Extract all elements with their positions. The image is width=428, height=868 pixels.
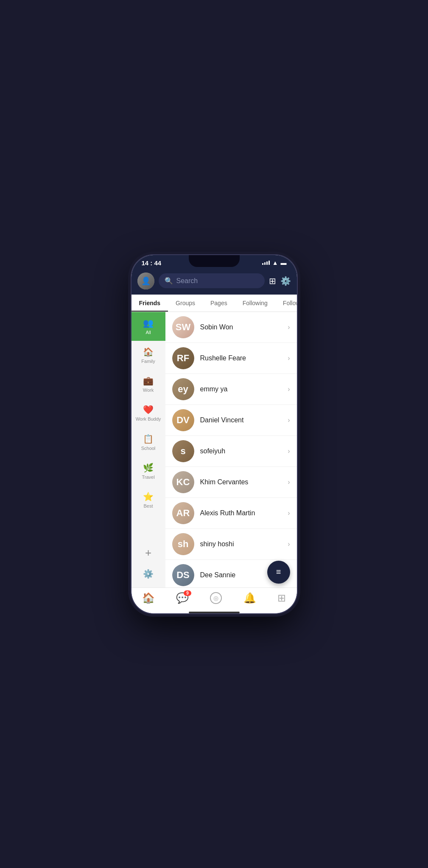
- status-icons: ▲ ▬: [262, 259, 287, 266]
- chevron-icon-5: ›: [288, 447, 290, 455]
- friend-name-4: Daniel Vincent: [200, 416, 282, 424]
- grid-icon: ⊞: [277, 592, 286, 604]
- friend-item-7[interactable]: ARAlexis Ruth Martin›: [165, 498, 297, 529]
- search-icon: 🔍: [165, 277, 173, 285]
- header-icons: ⊞ ⚙️: [269, 276, 291, 286]
- friend-name-3: emmy ya: [200, 385, 282, 393]
- search-bar[interactable]: 🔍 Search: [159, 273, 265, 288]
- user-avatar[interactable]: 👤: [137, 272, 154, 289]
- tab-friends[interactable]: Friends: [131, 295, 168, 312]
- fab-button[interactable]: ≡: [267, 561, 290, 584]
- friend-item-3[interactable]: eyemmy ya›: [165, 374, 297, 405]
- sidebar-item-all[interactable]: 👥 All: [131, 312, 165, 341]
- friend-name-2: Rushelle Feare: [200, 354, 282, 362]
- work-buddy-icon: ❤️: [143, 405, 154, 415]
- notifications-icon: 🔔: [243, 592, 256, 604]
- home-icon: 🏠: [142, 592, 155, 604]
- friends-list: SWSobin Won›RFRushelle Feare›eyemmy ya›D…: [165, 312, 297, 587]
- sidebar-item-school[interactable]: 📋 School: [131, 428, 165, 457]
- family-icon: 🏠: [143, 347, 154, 357]
- search-placeholder: Search: [176, 277, 198, 285]
- nav-home[interactable]: 🏠: [142, 592, 155, 604]
- friend-item-4[interactable]: DVDaniel Vincent›: [165, 405, 297, 436]
- sidebar-item-work[interactable]: 💼 Work: [131, 370, 165, 399]
- main-content: 👥 All 🏠 Family 💼 Work ❤️ Work Buddy 📋: [131, 312, 297, 587]
- chevron-icon-2: ›: [288, 354, 290, 362]
- sidebar-item-work-buddy[interactable]: ❤️ Work Buddy: [131, 399, 165, 428]
- qr-code-icon[interactable]: ⊞: [269, 276, 276, 286]
- status-time: 14 : 44: [142, 259, 162, 267]
- sidebar-label-all: All: [145, 330, 151, 335]
- tab-pages[interactable]: Pages: [203, 295, 235, 312]
- tab-followers[interactable]: Followers: [275, 295, 297, 312]
- tab-groups[interactable]: Groups: [168, 295, 203, 312]
- sidebar-label-travel: Travel: [142, 475, 154, 480]
- all-icon: 👥: [143, 318, 154, 328]
- friend-item-6[interactable]: KCKhim Cervantes›: [165, 467, 297, 498]
- signal-bars-icon: [262, 261, 270, 265]
- sidebar-label-family: Family: [141, 359, 155, 364]
- status-bar: 14 : 44 ▲ ▬: [131, 255, 297, 269]
- friend-name-8: shiny hoshi: [200, 540, 282, 548]
- friend-item-5[interactable]: ssofeiyuh›: [165, 436, 297, 467]
- friend-avatar-9: DS: [172, 564, 194, 586]
- home-indicator: [131, 611, 297, 613]
- sidebar-bottom: + ⚙️: [131, 541, 165, 587]
- friend-name-6: Khim Cervantes: [200, 478, 282, 486]
- nav-notifications[interactable]: 🔔: [243, 592, 256, 604]
- battery-icon: ▬: [281, 259, 287, 266]
- friend-avatar-4: DV: [172, 409, 194, 431]
- sidebar-item-travel[interactable]: 🌿 Travel: [131, 457, 165, 486]
- best-icon: ⭐: [143, 492, 154, 502]
- friend-avatar-3: ey: [172, 378, 194, 400]
- friend-avatar-8: sh: [172, 533, 194, 555]
- friend-avatar-7: AR: [172, 502, 194, 524]
- work-icon: 💼: [143, 376, 154, 386]
- chat-badge: 9: [184, 590, 191, 596]
- wifi-icon: ▲: [272, 259, 278, 266]
- sidebar-label-school: School: [141, 446, 156, 451]
- travel-icon: 🌿: [143, 463, 154, 473]
- sidebar-item-best[interactable]: ⭐ Best: [131, 486, 165, 514]
- chevron-icon-8: ›: [288, 540, 290, 548]
- discover-icon: ◎: [210, 592, 222, 604]
- friend-avatar-6: KC: [172, 471, 194, 493]
- tab-following[interactable]: Following: [235, 295, 275, 312]
- fab-menu-icon: ≡: [276, 567, 281, 577]
- chevron-icon-6: ›: [288, 478, 290, 486]
- sidebar-settings-button[interactable]: ⚙️: [139, 565, 158, 583]
- tabs-row: Friends Groups Pages Following Followers: [131, 295, 297, 312]
- nav-discover[interactable]: ◎: [210, 592, 222, 604]
- friend-name-1: Sobin Won: [200, 323, 282, 331]
- chevron-icon-3: ›: [288, 385, 290, 393]
- friend-item-1[interactable]: SWSobin Won›: [165, 312, 297, 343]
- nav-menu[interactable]: ⊞: [277, 592, 286, 604]
- friend-avatar-2: RF: [172, 347, 194, 369]
- friend-avatar-1: SW: [172, 316, 194, 338]
- sidebar-item-family[interactable]: 🏠 Family: [131, 341, 165, 370]
- friend-item-8[interactable]: shshiny hoshi›: [165, 529, 297, 560]
- sidebar-label-work: Work: [143, 388, 154, 393]
- settings-icon[interactable]: ⚙️: [280, 276, 291, 286]
- sidebar-label-work-buddy: Work Buddy: [136, 416, 161, 422]
- sidebar: 👥 All 🏠 Family 💼 Work ❤️ Work Buddy 📋: [131, 312, 165, 587]
- notch: [189, 255, 240, 267]
- nav-chat[interactable]: 💬 9: [176, 592, 189, 604]
- chevron-icon-1: ›: [288, 323, 290, 331]
- chevron-icon-4: ›: [288, 416, 290, 424]
- add-category-button[interactable]: +: [140, 541, 157, 565]
- friend-item-2[interactable]: RFRushelle Feare›: [165, 343, 297, 374]
- search-header: 👤 🔍 Search ⊞ ⚙️: [131, 269, 297, 295]
- friend-avatar-5: s: [172, 440, 194, 462]
- school-icon: 📋: [143, 434, 154, 444]
- chevron-icon-7: ›: [288, 509, 290, 517]
- friend-name-5: sofeiyuh: [200, 447, 282, 455]
- sidebar-label-best: Best: [143, 503, 153, 508]
- friend-name-7: Alexis Ruth Martin: [200, 509, 282, 517]
- bottom-nav: 🏠 💬 9 ◎ 🔔 ⊞: [131, 587, 297, 611]
